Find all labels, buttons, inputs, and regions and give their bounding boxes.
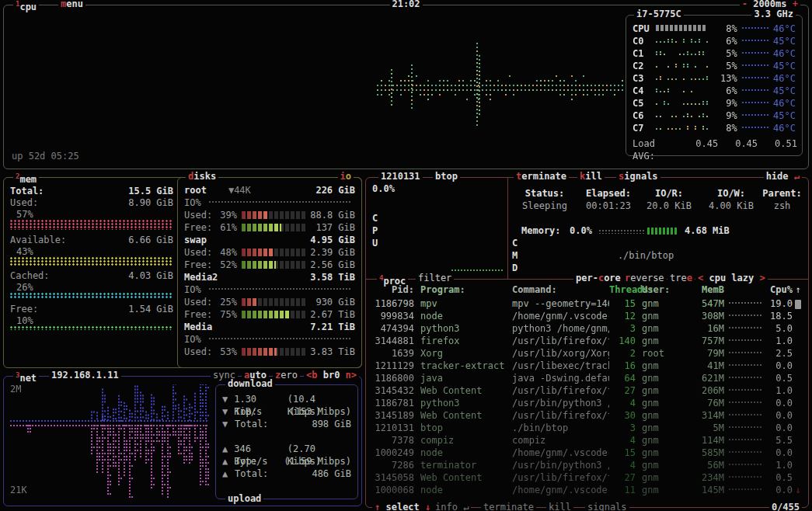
down-arrow-icon[interactable]: ↓: [425, 502, 430, 511]
upload-title: upload: [225, 493, 263, 505]
process-mem: 621M: [679, 372, 724, 384]
core-temp: 45°C: [769, 60, 796, 72]
reverse-toggle[interactable]: reverse: [622, 273, 667, 284]
mem-box-title[interactable]: 2mem: [13, 171, 39, 186]
mem-entry-graph: [10, 326, 173, 330]
tree-toggle[interactable]: tree: [667, 273, 695, 284]
core-usage-graph: [656, 85, 713, 97]
enter-icon: ↵: [463, 502, 469, 511]
scrollbar-slot[interactable]: [793, 299, 803, 309]
kill-button[interactable]: kill: [577, 171, 605, 182]
sort-selector[interactable]: < cpu lazy >: [695, 273, 768, 284]
net-bridge-selector[interactable]: <b br0 n>: [304, 370, 359, 381]
process-row[interactable]: 1000249 node /home/gnm/.vscode-s 15 gnm …: [372, 447, 803, 459]
signals-button[interactable]: signals: [616, 171, 660, 182]
core-usage-pct: 13%: [713, 72, 737, 85]
mem-entries: Used:8.90 GiB 57% Available:6.66 GiB 43%…: [10, 196, 173, 330]
disk-io-row: IO%: [184, 283, 355, 296]
refresh-minus-button[interactable]: -: [742, 0, 748, 9]
process-program: python3: [414, 397, 512, 409]
process-row[interactable]: 1639 Xorg /usr/lib/xorg/Xorg 2 root 79M …: [372, 347, 803, 360]
core-temp-graph: [742, 102, 770, 105]
process-user: gnm: [636, 384, 679, 397]
sort-left-icon[interactable]: <: [698, 273, 703, 283]
disk-io-graph: [209, 288, 350, 291]
mem-total: Total:15.5 GiB: [10, 185, 173, 196]
terminate-footer-button[interactable]: terminate: [481, 502, 536, 511]
disk-used-meter: [242, 348, 307, 356]
detail-cpu-pct: 0.0%: [372, 182, 395, 195]
core-temp-graph: [742, 114, 770, 117]
process-row[interactable]: 1000068 node /home/gnm/.vscode-s 11 gnm …: [372, 484, 803, 496]
sort-right-icon[interactable]: >: [760, 273, 765, 283]
process-mem: 757M: [679, 335, 724, 347]
process-row[interactable]: 999834 node /home/gnm/.vscode-s 12 gnm 3…: [372, 310, 803, 322]
disk-name-row: root▼44K226 GiB: [184, 184, 355, 196]
process-program: btop: [414, 422, 512, 434]
process-pid: 3145432: [372, 384, 414, 397]
detail-values: Sleeping00:01:2320.0 KiB4.00 KiBzsh: [511, 200, 802, 212]
core-temp: 46°C: [769, 72, 796, 85]
process-row[interactable]: 1210131 btop ./bin/btop 3 gnm 5M 0.0: [372, 422, 803, 434]
core-row: C3 13% 46°C: [633, 72, 796, 85]
hide-button[interactable]: hide ↵: [764, 171, 802, 182]
core-name: C6: [633, 110, 656, 122]
core-usage-pct: 6%: [713, 85, 737, 97]
process-user: gnm: [636, 322, 679, 335]
core-name: C1: [633, 47, 656, 60]
per-core-toggle[interactable]: per-core: [573, 273, 623, 284]
core-temp-graph: [742, 77, 770, 80]
process-row[interactable]: 474394 python3 python3 /home/gnm/b 3 gnm…: [372, 322, 803, 335]
core-temp: 46°C: [769, 47, 796, 60]
disks-box-title[interactable]: disks: [186, 171, 218, 182]
process-threads: 2: [609, 347, 636, 360]
disk-io-activity: ▼44K: [228, 184, 251, 196]
process-row[interactable]: 3145058 Web Content /usr/lib/firefox/fi …: [372, 471, 803, 484]
core-temp-graph: [742, 127, 770, 130]
process-row[interactable]: 7286 terminator /usr/bin/python3 /u 4 gn…: [372, 459, 803, 471]
cpu-frequency: 3.3 GHz: [751, 9, 796, 20]
core-usage-pct: 5%: [713, 60, 737, 72]
disks-io-toggle[interactable]: io: [338, 171, 354, 182]
process-row[interactable]: 3145189 Web Content /usr/lib/firefox/fi …: [372, 409, 803, 422]
net-zero-button[interactable]: zero: [273, 370, 300, 381]
process-row[interactable]: 3145432 Web Content /usr/lib/firefox/fi …: [372, 384, 803, 397]
process-pid: 7286: [372, 459, 414, 471]
up-arrow-icon[interactable]: ↑: [375, 502, 380, 511]
cpu-box-title[interactable]: 1cpu: [13, 0, 39, 13]
more-rows-icon[interactable]: ↓: [793, 484, 803, 496]
filter-button[interactable]: filter: [416, 273, 454, 284]
process-row[interactable]: 1186798 mpv mpv --geometry=1462 15 gnm 5…: [372, 297, 803, 310]
terminate-button[interactable]: terminate: [514, 171, 569, 182]
sort-direction-icon[interactable]: ↑: [793, 283, 803, 296]
process-pid: 474394: [372, 322, 414, 335]
process-threads: 3: [609, 422, 636, 434]
net-interface-ip[interactable]: 192.168.1.11: [49, 370, 121, 381]
mem-entry-value: 4.03 GiB: [128, 269, 173, 281]
core-row: C7 8% 46°C: [633, 122, 796, 134]
info-button[interactable]: info ↵: [433, 502, 471, 511]
disk-free-row: Free:52%2.56 GiB: [184, 259, 355, 271]
core-name: C5: [633, 97, 656, 110]
menu-button[interactable]: menu: [58, 0, 85, 10]
process-program: python3: [414, 322, 512, 335]
process-row[interactable]: 1211129 tracker-extract /usr/libexec/tra…: [372, 360, 803, 372]
core-name: C4: [633, 85, 656, 97]
process-row[interactable]: 1186800 java java -Dswing.defaul 64 gnm …: [372, 372, 803, 384]
process-pid: 1210131: [372, 422, 414, 434]
core-usage-graph: [656, 60, 713, 72]
core-temp: 46°C: [769, 97, 796, 110]
process-user: gnm: [636, 360, 679, 372]
core-usage-graph: [656, 110, 713, 122]
core-usage-pct: 5%: [713, 47, 737, 60]
signals-footer-button[interactable]: signals: [585, 502, 629, 511]
process-threads: 27: [609, 384, 636, 397]
process-program: node: [414, 447, 512, 459]
process-row[interactable]: 7378 compiz compiz 4 gnm 114M 5.5: [372, 434, 803, 447]
process-user: gnm: [636, 372, 679, 384]
process-row[interactable]: 3144881 firefox /usr/lib/firefox/fi 140 …: [372, 335, 803, 347]
kill-footer-button[interactable]: kill: [546, 502, 573, 511]
process-row[interactable]: 1186781 python3 /usr/bin/python3 /h 4 gn…: [372, 397, 803, 409]
disk-io-row: IO%: [184, 196, 355, 209]
core-row: C2 5% 45°C: [633, 60, 796, 72]
